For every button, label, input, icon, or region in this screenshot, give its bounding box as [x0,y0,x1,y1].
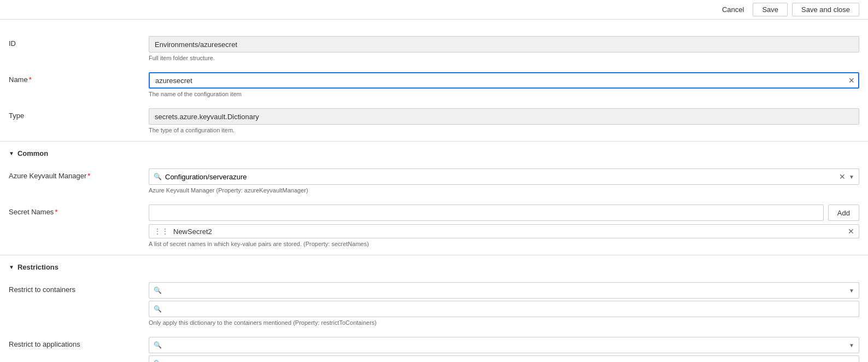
restrict-applications-row: Restrict to applications 🔍 ▼ 🔍 Only appl… [0,331,868,362]
secret-names-hint: A list of secret names in which key-valu… [149,241,859,247]
restrict-containers-search-icon: 🔍 [154,287,162,294]
restrictions-section-label: Restrictions [17,263,58,271]
azure-keyvault-row: Azure Keyvault Manager* 🔍 ✕ ▼ Azure Keyv… [0,163,868,199]
name-hint: The name of the configuration item [149,91,859,97]
common-section-label: Common [17,149,48,157]
restrict-applications-label: Restrict to applications [9,337,140,348]
name-input[interactable] [149,72,859,89]
type-input[interactable] [149,108,859,125]
save-close-button[interactable]: Save and close [792,3,859,16]
restrict-containers-search-input[interactable] [165,305,854,313]
name-label: Name* [9,72,140,84]
secret-names-label: Secret Names* [9,205,140,216]
secret-names-input-row: Add [149,205,859,221]
azure-keyvault-clear-icon[interactable]: ✕ [839,172,846,181]
azure-keyvault-label: Azure Keyvault Manager* [9,168,140,180]
secret-names-input[interactable] [149,205,824,221]
id-row: ID Full item folder structure. [0,31,868,67]
type-label: Type [9,108,140,120]
secret-names-row: Secret Names* Add ⋮⋮ NewSecret2 ✕ A list… [0,199,868,253]
azure-keyvault-input[interactable] [165,173,839,181]
azure-keyvault-search-icon: 🔍 [154,173,162,180]
type-field: The type of a configuration item. [149,108,859,133]
name-clear-button[interactable]: ✕ [848,77,855,84]
id-hint: Full item folder structure. [149,55,859,61]
restrict-applications-search-input[interactable] [165,360,854,363]
remove-secret-button[interactable]: ✕ [848,227,854,236]
restrict-containers-dropdown[interactable]: 🔍 ▼ [149,282,859,299]
restrict-containers-label: Restrict to containers [9,282,140,294]
restrictions-chevron-icon: ▼ [9,264,14,270]
secret-item: ⋮⋮ NewSecret2 ✕ [149,224,859,238]
azure-keyvault-field: 🔍 ✕ ▼ Azure Keyvault Manager (Property: … [149,168,859,194]
restrict-containers-row: Restrict to containers 🔍 ▼ 🔍 Only apply … [0,277,868,331]
azure-keyvault-dropdown[interactable]: 🔍 ✕ ▼ [149,168,859,185]
restrict-applications-dropdown[interactable]: 🔍 ▼ [149,337,859,353]
id-input[interactable] [149,36,859,52]
add-secret-button[interactable]: Add [828,205,859,221]
id-label: ID [9,36,140,48]
restrict-containers-search-icon-2: 🔍 [154,305,162,313]
name-input-wrapper: ✕ [149,72,859,89]
azure-keyvault-dropdown-arrow[interactable]: ▼ [849,174,854,180]
restrict-containers-dropdown-arrow[interactable]: ▼ [849,288,854,294]
azure-keyvault-hint: Azure Keyvault Manager (Property: azureK… [149,187,859,194]
save-button[interactable]: Save [753,3,788,16]
secret-item-name: NewSecret2 [173,227,848,236]
restrict-applications-search-field[interactable]: 🔍 [149,355,859,362]
common-chevron-icon: ▼ [9,150,14,156]
restrict-containers-hint: Only apply this dictionary to the contai… [149,319,859,326]
restrict-applications-field: 🔍 ▼ 🔍 Only apply this dictionary to the … [149,337,859,362]
name-row: Name* ✕ The name of the configuration it… [0,67,868,103]
restrict-applications-search-icon-2: 🔍 [154,360,162,362]
name-field: ✕ The name of the configuration item [149,72,859,97]
type-row: Type The type of a configuration item. [0,103,868,139]
azure-keyvault-actions: ✕ ▼ [839,172,854,181]
common-section-header[interactable]: ▼ Common [0,144,868,163]
cancel-button[interactable]: Cancel [718,3,748,16]
id-field: Full item folder structure. [149,36,859,61]
restrict-applications-search-icon: 🔍 [154,341,162,349]
restrictions-section-header[interactable]: ▼ Restrictions [0,258,868,277]
restrict-containers-search-field[interactable]: 🔍 [149,301,859,317]
main-content: ID Full item folder structure. Name* ✕ T… [0,20,868,362]
restrict-containers-field: 🔍 ▼ 🔍 Only apply this dictionary to the … [149,282,859,326]
restrict-applications-dropdown-arrow[interactable]: ▼ [849,342,854,348]
top-bar: Cancel Save Save and close [0,0,868,20]
type-hint: The type of a configuration item. [149,127,859,133]
drag-icon: ⋮⋮ [154,227,169,236]
secret-names-field: Add ⋮⋮ NewSecret2 ✕ A list of secret nam… [149,205,859,247]
